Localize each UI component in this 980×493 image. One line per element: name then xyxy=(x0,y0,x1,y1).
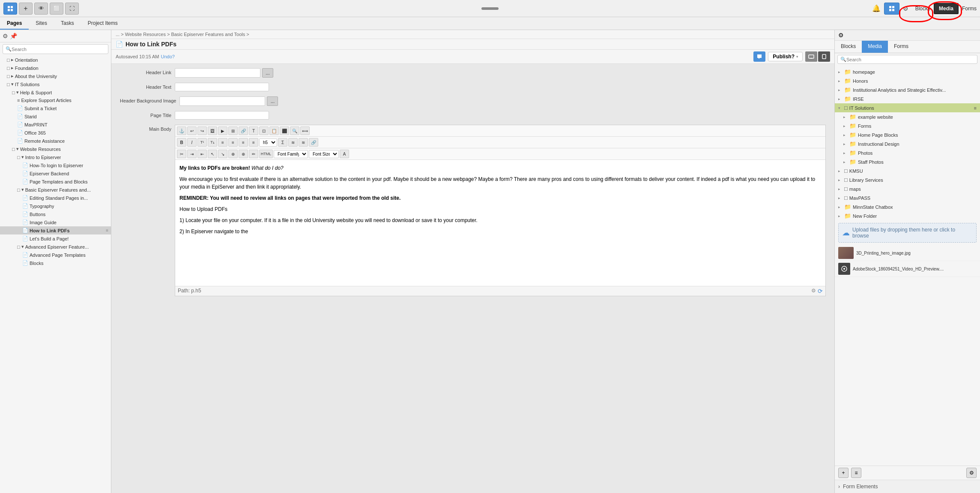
rte-arrow2-btn[interactable]: ↘ xyxy=(218,150,227,158)
rte-media-btn[interactable]: ▶ xyxy=(218,126,227,135)
right-add-btn[interactable]: + xyxy=(838,468,849,478)
rte-sigma-btn[interactable]: Σ xyxy=(278,138,287,147)
right-folder-new-folder[interactable]: ▸ 📁 New Folder xyxy=(835,211,980,220)
rte-fontsize-dropdown[interactable]: Font Size xyxy=(309,150,339,158)
sidebar-item-howto-login[interactable]: 📄 How-To login to Episerver xyxy=(0,161,111,169)
sidebar-item-how-to-link-pdfs[interactable]: 📄 How to Link PDFs ≡ xyxy=(0,226,111,234)
rte-redo-btn[interactable]: ↪ xyxy=(197,126,207,135)
header-bg-browse-btn[interactable]: … xyxy=(267,96,278,106)
sidebar-pin-icon[interactable]: 📌 xyxy=(10,33,17,39)
rte-undo-btn[interactable]: ↩ xyxy=(187,126,197,135)
pages-tab[interactable]: Pages xyxy=(0,18,29,30)
header-text-input[interactable] xyxy=(175,83,269,91)
sidebar-item-remote-assistance[interactable]: 📄 Remote Assistance xyxy=(0,137,111,145)
right-gear-icon[interactable]: ⚙ xyxy=(903,5,908,12)
media-file-adobestock[interactable]: AdobeStock_186094251_Video_HD_Preview...… xyxy=(835,261,980,277)
right-folder-kmsu[interactable]: ▸ □ KMSU xyxy=(835,166,980,175)
sidebar-item-lets-build[interactable]: 📄 Let's Build a Page! xyxy=(0,234,111,243)
rte-arrows-btn[interactable]: ⟺ xyxy=(300,126,310,135)
right-folder-example-website[interactable]: ▸ 📁 example website xyxy=(835,112,980,121)
right-folder-mavpass[interactable]: ▸ □ MavPASS xyxy=(835,193,980,202)
tablet-preview-btn[interactable] xyxy=(818,51,830,62)
rte-html-btn[interactable]: HTML xyxy=(259,150,273,158)
sidebar-item-starid[interactable]: 📄 Starid xyxy=(0,112,111,120)
rte-img-btn[interactable]: 🖼 xyxy=(208,126,217,135)
rte-search-btn[interactable]: 🔍 xyxy=(290,126,299,135)
header-link-browse-btn[interactable]: … xyxy=(262,68,273,78)
right-folder-honors[interactable]: ▸ 📁 Honors xyxy=(835,76,980,85)
rte-col-btn[interactable]: ⊡ xyxy=(259,126,269,135)
right-blocks-tab[interactable]: Blocks xyxy=(915,6,930,12)
sidebar-item-buttons[interactable]: 📄 Buttons xyxy=(0,210,111,218)
sidebar-item-website-resources[interactable]: □ ▾ Website Resources xyxy=(0,145,111,153)
desktop-preview-btn[interactable] xyxy=(805,51,817,62)
rte-fontfamily-dropdown[interactable]: Font Family xyxy=(274,150,308,158)
add-btn[interactable]: + xyxy=(19,3,33,15)
sidebar-item-image-guide[interactable]: 📄 Image Guide xyxy=(0,218,111,226)
right-search-input[interactable] xyxy=(846,57,974,62)
sidebar-item-basic-episerver[interactable]: □ ▾ Basic Episerver Features and... xyxy=(0,186,111,194)
rte-fontcolor-btn[interactable]: A xyxy=(340,150,349,158)
right-folder-maps[interactable]: ▸ □ maps xyxy=(835,184,980,193)
right-folder-photos[interactable]: ▸ 📁 Photos xyxy=(835,148,980,157)
right-folder-minnstate-chatbox[interactable]: ▸ 📁 MinnState Chatbox xyxy=(835,202,980,211)
rte-heading-dropdown[interactable]: h5 h1 h2 h3 h4 h6 p xyxy=(259,138,277,147)
right-media-tab[interactable]: Media xyxy=(934,3,959,14)
rte-pencil-btn[interactable]: ✏ xyxy=(249,150,258,158)
episerver-home-btn[interactable] xyxy=(3,3,17,15)
right-folder-library-services[interactable]: ▸ □ Library Services xyxy=(835,175,980,184)
rte-custom1-btn[interactable]: ⊕ xyxy=(228,150,238,158)
rte-special3-btn[interactable]: ≋ xyxy=(299,138,308,147)
preview-btn[interactable]: 👁 xyxy=(34,3,48,15)
rte-italic-btn[interactable]: I xyxy=(187,138,197,147)
form-elements-label[interactable]: › Form Elements xyxy=(838,484,878,489)
sidebar-gear-icon[interactable]: ⚙ xyxy=(3,33,8,39)
right-folder-homepage[interactable]: ▸ 📁 homepage xyxy=(835,67,980,76)
frame-btn[interactable]: ⬜ xyxy=(50,3,63,15)
right-tab-forms[interactable]: Forms xyxy=(888,41,914,53)
rte-indent-btn[interactable]: ≡ xyxy=(249,138,258,147)
sidebar-item-page-templates[interactable]: 📄 Page Templates and Blocks xyxy=(0,177,111,186)
sidebar-item-mavprint[interactable]: 📄 MavPRINT xyxy=(0,120,111,129)
rte-indent2-btn[interactable]: ⇥ xyxy=(187,150,197,158)
rte-special2-btn[interactable]: ≋ xyxy=(288,138,298,147)
sidebar-item-office365[interactable]: 📄 Office 365 xyxy=(0,129,111,137)
sidebar-item-typography[interactable]: 📄 Typography xyxy=(0,202,111,210)
page-title-input[interactable]: How to Link PDFs xyxy=(175,111,269,120)
undo-link[interactable]: Undo? xyxy=(161,54,175,59)
sidebar-item-help-support[interactable]: □ ▾ Help & Support xyxy=(0,88,111,96)
rte-custom2-btn[interactable]: ⊕ xyxy=(239,150,248,158)
rte-anchor-btn[interactable]: ⚓ xyxy=(177,126,186,135)
upload-drop-area[interactable]: ☁ Upload files by dropping them here or … xyxy=(838,223,977,243)
header-bg-input[interactable] xyxy=(179,96,265,106)
project-items-tab[interactable]: Project Items xyxy=(81,18,125,30)
right-folder-institutional[interactable]: ▸ 📁 Institutional Analytics and Strategi… xyxy=(835,85,980,94)
right-top-gear-icon[interactable]: ⚙ xyxy=(838,32,844,39)
sidebar-item-intro-episerver[interactable]: □ ▾ Intro to Episerver xyxy=(0,153,111,161)
right-settings-btn[interactable]: ⚙ xyxy=(966,468,977,478)
right-folder-irse[interactable]: ▸ 📁 IRSE xyxy=(835,94,980,103)
rte-list-btn[interactable]: ≡ xyxy=(239,138,248,147)
sidebar-item-orientation[interactable]: □ ▸ Orientation xyxy=(0,56,111,64)
rte-content-area[interactable]: My links to PDFs are broken! What do I d… xyxy=(175,160,825,286)
rte-block-btn[interactable]: ⬛ xyxy=(280,126,289,135)
sites-tab[interactable]: Sites xyxy=(29,18,54,30)
right-forms-tab[interactable]: Forms xyxy=(962,6,977,12)
grid-view-btn[interactable] xyxy=(884,3,899,15)
sidebar-search-input[interactable] xyxy=(12,47,105,52)
rte-superscript-btn[interactable]: T¹ xyxy=(197,138,207,147)
right-folder-instructional-design[interactable]: ▸ 📁 Instructional Design xyxy=(835,139,980,148)
right-folder-forms[interactable]: ▸ 📁 Forms xyxy=(835,121,980,130)
bell-icon[interactable]: 🔔 xyxy=(872,4,881,12)
rte-scissors-btn[interactable]: ✂ xyxy=(177,150,186,158)
header-link-input[interactable] xyxy=(175,68,260,78)
right-list-btn[interactable]: ≡ xyxy=(851,468,861,478)
rte-link2-btn[interactable]: 🔗 xyxy=(309,138,318,147)
rte-arrow-btn[interactable]: ↖ xyxy=(208,150,217,158)
sidebar-item-foundation[interactable]: □ ▸ Foundation xyxy=(0,64,111,72)
publish-btn[interactable]: Publish? ▾ xyxy=(768,52,803,61)
rte-table-btn[interactable]: ⊞ xyxy=(228,126,238,135)
rte-expand-icon[interactable]: ⟳ xyxy=(818,288,823,295)
sidebar-item-advanced-episerver[interactable]: □ ▾ Advanced Episerver Feature... xyxy=(0,243,111,251)
right-folder-it-solutions[interactable]: ▾ □ IT Solutions ≡ xyxy=(835,103,980,112)
